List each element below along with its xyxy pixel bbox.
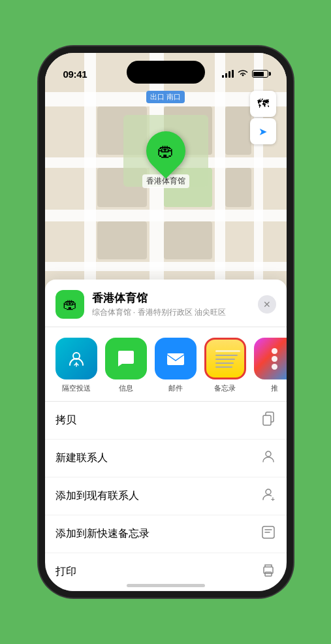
venue-header: 🏟 香港体育馆 综合体育馆 · 香港特别行政区 油尖旺区 ✕	[45, 290, 287, 327]
location-button[interactable]: ➤	[250, 118, 276, 144]
add-notes-label: 添加到新快速备忘录	[55, 527, 150, 541]
svg-rect-28	[265, 572, 272, 576]
phone-frame: 09:41	[39, 46, 293, 598]
venue-info: 香港体育馆 综合体育馆 · 香港特别行政区 油尖旺区	[92, 291, 258, 318]
airdrop-icon-wrap	[55, 338, 97, 379]
svg-rect-21	[263, 415, 271, 425]
menu-item-add-notes[interactable]: 添加到新快速备忘录	[45, 515, 287, 553]
pin-bubble: 🏟	[138, 123, 193, 179]
svg-point-23	[266, 489, 271, 494]
add-notes-icon	[260, 524, 276, 543]
map-label: 出口 南口	[146, 91, 185, 103]
venue-pin: 🏟 香港体育馆	[142, 131, 189, 188]
pin-icon: 🏟	[157, 141, 174, 161]
venue-description: 综合体育馆 · 香港特别行政区 油尖旺区	[92, 307, 258, 318]
close-icon: ✕	[263, 299, 271, 310]
share-notes[interactable]: 备忘录	[204, 338, 246, 393]
airdrop-label: 隔空投送	[62, 383, 91, 393]
bottom-sheet: 🏟 香港体育馆 综合体育馆 · 香港特别行政区 油尖旺区 ✕	[45, 280, 287, 591]
share-messages[interactable]: 信息	[105, 338, 147, 393]
venue-avatar: 🏟	[55, 290, 84, 319]
add-existing-icon: +	[260, 487, 276, 506]
location-icon: ➤	[259, 125, 267, 138]
share-mail[interactable]: 邮件	[155, 338, 197, 393]
dynamic-island	[127, 61, 205, 84]
svg-rect-7	[215, 53, 225, 301]
share-more[interactable]: 推	[254, 338, 287, 393]
svg-rect-5	[84, 53, 96, 301]
signal-icon	[222, 70, 234, 78]
new-contact-label: 新建联系人	[55, 451, 108, 465]
svg-rect-16	[225, 168, 251, 207]
share-airdrop[interactable]: 隔空投送	[55, 338, 97, 393]
svg-rect-4	[45, 262, 287, 271]
copy-label: 拷贝	[55, 413, 76, 427]
print-icon	[260, 562, 276, 581]
messages-icon-wrap	[105, 338, 147, 379]
svg-rect-8	[254, 53, 263, 301]
venue-avatar-icon: 🏟	[63, 296, 77, 313]
mail-icon-wrap	[155, 338, 197, 379]
share-actions-row: 隔空投送 信息 邮件	[45, 327, 287, 398]
add-existing-label: 添加到现有联系人	[55, 489, 139, 503]
menu-list: 拷贝 新建联系人 添加到现有联系人	[45, 401, 287, 591]
menu-item-add-existing[interactable]: 添加到现有联系人 +	[45, 477, 287, 515]
notes-label: 备忘录	[214, 383, 236, 393]
map-controls: 🗺 ➤	[250, 91, 276, 144]
map-type-button[interactable]: 🗺	[250, 91, 276, 117]
new-contact-icon	[260, 449, 276, 468]
svg-text:+: +	[271, 496, 275, 502]
status-time: 09:41	[63, 69, 87, 80]
battery-icon	[252, 70, 268, 78]
wifi-icon	[238, 69, 248, 79]
venue-name: 香港体育馆	[92, 291, 258, 306]
svg-point-22	[266, 451, 271, 457]
map-area: 出口 南口 🏟 香港体育馆 🗺 ➤	[45, 53, 287, 301]
more-label: 推	[271, 383, 278, 393]
svg-rect-3	[45, 210, 287, 221]
close-button[interactable]: ✕	[258, 295, 276, 314]
svg-rect-13	[97, 221, 147, 259]
map-type-icon: 🗺	[257, 97, 269, 111]
svg-rect-15	[225, 106, 251, 155]
mail-label: 邮件	[168, 383, 183, 393]
status-icons	[222, 69, 268, 79]
menu-item-new-contact[interactable]: 新建联系人	[45, 440, 287, 477]
more-icon-wrap	[254, 338, 287, 379]
notes-icon-wrap	[204, 338, 246, 379]
svg-rect-14	[164, 221, 212, 259]
print-label: 打印	[55, 565, 76, 579]
svg-rect-19	[167, 353, 184, 365]
messages-label: 信息	[119, 383, 133, 393]
home-indicator	[127, 584, 205, 587]
menu-item-copy[interactable]: 拷贝	[45, 402, 287, 440]
copy-icon	[260, 411, 276, 430]
